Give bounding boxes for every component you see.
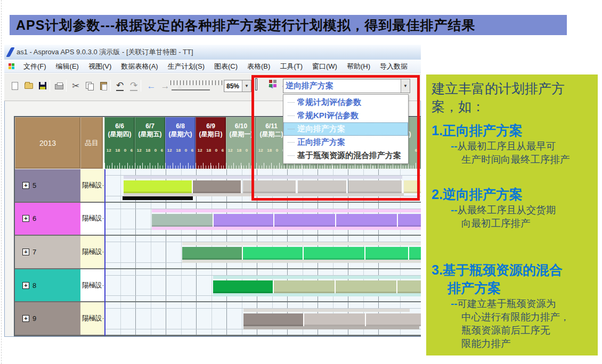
row-label-7[interactable]: +7: [15, 236, 80, 269]
operation-bar-segment[interactable]: [409, 247, 421, 260]
dropdown-item-4[interactable]: 基于瓶颈资源的混合排产方案: [283, 149, 408, 162]
operation-bar-segment[interactable]: [304, 247, 365, 260]
row-label-8[interactable]: +8: [15, 269, 80, 303]
back-button[interactable]: ←: [145, 79, 158, 93]
expand-icon[interactable]: +: [22, 282, 29, 289]
gantt-strip: [213, 276, 421, 279]
operation-bar-segment[interactable]: [398, 214, 421, 227]
menu-item-6[interactable]: 表格(B): [242, 61, 275, 72]
dropdown-item-2[interactable]: 逆向排产方案: [283, 122, 408, 136]
menu-item-9[interactable]: 帮助(H): [342, 61, 375, 72]
menu-items: 文件(F)编辑(E)视图(V)数据表格(A)生产计划(S)图表(C)表格(B)工…: [19, 61, 412, 71]
operation-bar-segment[interactable]: [404, 180, 421, 193]
expand-icon[interactable]: +: [22, 249, 29, 255]
operation-bar-segment[interactable]: [243, 180, 297, 193]
operation-bar-segment[interactable]: [243, 247, 304, 260]
hour-tick-labels: 121806: [104, 148, 135, 153]
operation-bar-segment[interactable]: [366, 313, 421, 326]
date-column-6/9[interactable]: 6/9(星期日)121806: [196, 117, 226, 169]
row-item-cell[interactable]: 陽極設·: [80, 203, 104, 236]
row-id-label: 8: [32, 282, 36, 289]
new-file-button[interactable]: [9, 79, 21, 93]
menu-item-2[interactable]: 视图(V): [84, 61, 116, 72]
expand-icon[interactable]: +: [22, 315, 29, 322]
row-separator: [105, 335, 421, 336]
menu-item-5[interactable]: 图表(C): [209, 61, 242, 72]
panel-intro: 建立丰富的计划排产方案，如：: [432, 80, 595, 116]
operation-bar-segment[interactable]: [336, 214, 398, 227]
hour-tick-labels: 121806: [196, 148, 226, 153]
banner-text: APS计划参数---根据设定的各种排产方案进行计划模拟，得到最佳排产结果: [16, 16, 475, 34]
cut-button[interactable]: ✂: [69, 79, 82, 93]
row-item-cell[interactable]: 陽極設·: [80, 169, 104, 203]
date-column-6/11[interactable]: 6/11(星期二)121806: [256, 117, 287, 169]
row-item-cell[interactable]: 陽極設·: [80, 269, 104, 303]
row-item-cell[interactable]: 陽極設·: [80, 302, 104, 336]
save-button[interactable]: [36, 79, 49, 93]
date-column-6/7[interactable]: 6/7(星期五)121806: [135, 117, 165, 169]
dropdown-item-0[interactable]: 常规计划评估参数: [283, 96, 408, 109]
menu-item-0[interactable]: 文件(F): [19, 61, 51, 72]
zoom-combo-dropdown-button[interactable]: ▼: [242, 80, 251, 92]
menu-item-7[interactable]: 工具(T): [275, 61, 307, 72]
zoom-slider-track[interactable]: [172, 89, 210, 90]
panel-item-desc-line: --从最终工序且从交货期: [432, 203, 595, 217]
menu-item-4[interactable]: 生产计划(S): [163, 61, 209, 72]
scheme-combobox[interactable]: 逆向排产方案 ▼: [283, 79, 410, 93]
evaluate-schedule-button[interactable]: ◀: [255, 80, 268, 93]
operation-bar-segment[interactable]: [213, 280, 274, 293]
row-item-cell[interactable]: 陽極設·: [80, 236, 104, 269]
menu-item-1[interactable]: 编辑(E): [51, 61, 84, 72]
panel-item-desc-line: --可建立基于瓶颈资源为: [432, 297, 595, 310]
date-label: 6/7: [135, 122, 165, 130]
date-column-6/6[interactable]: 6/6(星期四)121806: [104, 117, 135, 169]
row-separator: [105, 235, 421, 236]
save-floppy-icon: [39, 82, 46, 89]
window-title: as1 - Asprova APS 9.0.3.0 演示版 - [关联订单甘特图…: [17, 47, 193, 57]
menu-item-8[interactable]: 窗口(W): [307, 61, 342, 72]
panel-items: 1.正向排产方案--从最初工序且从最早可生产时间向最终工序排产2.逆向排产方案-…: [432, 121, 595, 350]
row-label-6[interactable]: +6: [15, 203, 80, 236]
row-label-5[interactable]: +5: [15, 169, 80, 203]
zoom-slider-thumb[interactable]: [177, 85, 182, 89]
window-titlebar[interactable]: as1 - Asprova APS 9.0.3.0 演示版 - [关联订单甘特图…: [4, 45, 421, 60]
operation-bar-segment[interactable]: [304, 313, 366, 326]
operation-bar-segment[interactable]: [124, 180, 193, 193]
scheme-combo-dropdown-button[interactable]: ▼: [401, 79, 410, 93]
undo-button[interactable]: ↶: [113, 79, 126, 93]
menu-item-3[interactable]: 数据表格(A): [116, 61, 162, 72]
paste-button[interactable]: [97, 79, 110, 93]
operation-bar-segment[interactable]: [336, 280, 397, 293]
operation-bar-segment[interactable]: [274, 214, 336, 227]
operation-bar-segment[interactable]: [397, 280, 421, 293]
date-column-6/10[interactable]: 6/10(星期一)121806: [226, 117, 256, 169]
copy-button[interactable]: [83, 79, 96, 93]
print-button[interactable]: [53, 79, 66, 93]
row-label-9[interactable]: +9: [15, 302, 80, 336]
dropdown-item-3[interactable]: 正向排产方案: [283, 136, 408, 149]
apply-scheme-button[interactable]: ◀: [269, 80, 282, 93]
menu-item-10[interactable]: 导入数据: [375, 61, 412, 72]
operation-bar-segment[interactable]: [348, 180, 403, 193]
operation-bar-segment[interactable]: [243, 313, 304, 326]
date-column-6/8[interactable]: 6/8(星期六)121806: [165, 117, 196, 169]
chevron-down-icon: ▼: [403, 84, 408, 88]
operation-bar-segment[interactable]: [365, 247, 409, 260]
forward-button[interactable]: →: [159, 79, 172, 93]
open-file-button[interactable]: [22, 79, 35, 93]
menu-bar: 文件(F)编辑(E)视图(V)数据表格(A)生产计划(S)图表(C)表格(B)工…: [4, 60, 421, 73]
operation-bar-segment[interactable]: [214, 214, 274, 227]
gantt-strip: [213, 293, 421, 296]
operation-bar-segment[interactable]: [274, 280, 336, 293]
operation-bar-segment[interactable]: [182, 247, 243, 260]
zoom-level-combobox[interactable]: 85% ▼: [224, 80, 251, 92]
expand-icon[interactable]: +: [22, 215, 29, 222]
operation-bar-segment[interactable]: [193, 180, 242, 193]
expand-icon[interactable]: +: [22, 182, 29, 189]
panel-item-2: 2.逆向排产方案--从最终工序且从交货期向最初工序排产: [432, 185, 595, 230]
operation-bar-segment[interactable]: [152, 214, 214, 227]
redo-button[interactable]: ↷: [127, 79, 140, 93]
operation-bar-segment[interactable]: [298, 180, 347, 193]
dropdown-item-1[interactable]: 常规KPI评估参数: [283, 109, 408, 122]
weekday-label: (星期日): [196, 130, 226, 138]
